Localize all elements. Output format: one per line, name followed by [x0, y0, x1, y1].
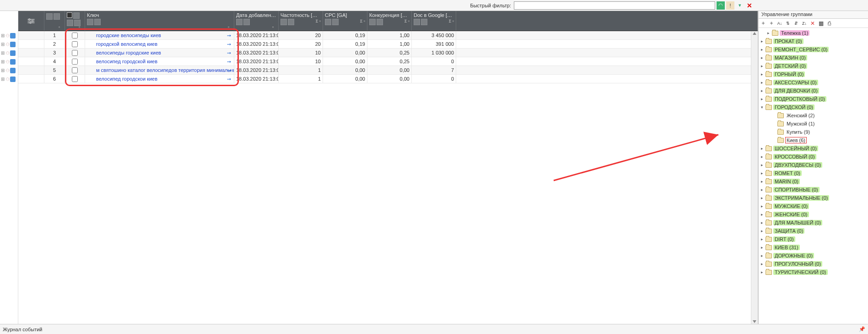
sort-za-icon[interactable]: Z↓: [801, 20, 808, 27]
warn-filter-icon[interactable]: !: [726, 1, 734, 10]
tree-node[interactable]: ▸РЕМОНТ_СЕРВИС (0): [759, 45, 868, 54]
tree-node[interactable]: Купить (9): [759, 128, 868, 136]
tree-node[interactable]: ▸Тележка (1): [759, 29, 868, 37]
row-checkbox-cell[interactable]: [65, 31, 85, 39]
expand-icon[interactable]: ▸: [760, 196, 764, 200]
sort-tree-icon[interactable]: ⇅: [784, 20, 792, 27]
quick-filter-input[interactable]: [514, 1, 715, 10]
row-checkbox-cell[interactable]: [65, 66, 85, 74]
cpc-column-header[interactable]: CPC [GA] Σ ▫: [323, 11, 367, 31]
expand-icon[interactable]: ▸: [760, 245, 764, 250]
index-column-header[interactable]: ▫: [44, 11, 65, 31]
table-row[interactable]: 1городские велосипеды киев➚18.03.2020 21…: [18, 31, 758, 40]
expand-icon[interactable]: ▸: [760, 154, 764, 159]
expand-icon[interactable]: ▸: [760, 253, 764, 258]
expand-icon[interactable]: ▸: [760, 212, 764, 217]
table-row[interactable]: 2городской велосипед киев➚18.03.2020 21:…: [18, 40, 758, 49]
clear-filter-icon[interactable]: ✕: [745, 1, 754, 10]
funnel-icon[interactable]: ▾: [736, 1, 744, 10]
tree-node[interactable]: ▸MARIN (0): [759, 177, 868, 186]
settings-column-header[interactable]: [18, 11, 44, 31]
tree-node[interactable]: Женский (2): [759, 111, 868, 120]
expand-icon[interactable]: ▸: [760, 171, 764, 175]
checkbox-all-icon[interactable]: [67, 12, 72, 18]
table-row[interactable]: 3велосипеды городские киев➚18.03.2020 21…: [18, 49, 758, 57]
expand-icon[interactable]: ▸: [760, 204, 764, 208]
tree-node[interactable]: ▸ДОРОЖНЫЕ (0): [759, 252, 868, 260]
row-key-cell[interactable]: городской велосипед киев➚: [85, 40, 234, 48]
expand-icon[interactable]: ▸: [760, 237, 764, 241]
expand-icon[interactable]: ▸: [760, 64, 764, 68]
tree-node[interactable]: ▸ДЕТСКИЙ (0): [759, 62, 868, 70]
tree-node[interactable]: Мужской (1): [759, 120, 868, 128]
tree-node[interactable]: ▸ЖЕНСКИЕ (0): [759, 210, 868, 219]
expand-icon[interactable]: ▾: [760, 105, 764, 110]
vertical-scrollbar[interactable]: [751, 31, 758, 324]
date-column-header[interactable]: Дата добавления ▫: [234, 11, 279, 31]
add-subgroup-icon[interactable]: ＋: [768, 20, 775, 27]
row-checkbox-cell[interactable]: [65, 40, 85, 48]
tree-node[interactable]: ▸ПОДРОСТКОВЫЙ (0): [759, 95, 868, 103]
key-column-header[interactable]: Ключ ▫: [85, 11, 234, 31]
tree-node[interactable]: ▸ТУРИСТИЧЕСКИЙ (0): [759, 268, 868, 276]
row-marker[interactable]: ⊞⦵: [0, 75, 18, 83]
tree-node[interactable]: ▸ДЛЯ МАЛЫШЕЙ (0): [759, 219, 868, 227]
row-checkbox[interactable]: [72, 59, 78, 65]
tree-node[interactable]: ▸ШОССЕЙНЫЙ (0): [759, 144, 868, 153]
row-checkbox[interactable]: [72, 67, 78, 73]
tree-node[interactable]: ▸ПРОГУЛОЧНЫЙ (0): [759, 260, 868, 268]
expand-icon[interactable]: ▸: [760, 88, 764, 93]
pin-icon[interactable]: 📌: [859, 326, 865, 332]
expand-icon[interactable]: ▸: [760, 187, 764, 192]
expand-icon[interactable]: ▸: [760, 72, 764, 77]
row-checkbox[interactable]: [72, 33, 78, 38]
row-key-cell[interactable]: велосипеды городские киев➚: [85, 49, 234, 57]
expand-icon[interactable]: ▸: [760, 47, 764, 52]
tree-node[interactable]: ▸ПРОКАТ (0): [759, 37, 868, 45]
kei-column-header[interactable]: Doc в Google [KEI] Σ ▫: [412, 11, 456, 31]
delete-group-icon[interactable]: ✕: [809, 20, 816, 27]
expand-icon[interactable]: ▸: [760, 55, 764, 60]
expand-icon[interactable]: ▸: [760, 97, 764, 101]
expand-icon[interactable]: ▸: [766, 31, 771, 35]
tree-node[interactable]: ▾ГОРОДСКОЙ (0): [759, 103, 868, 111]
tree-node[interactable]: ▸СПОРТИВНЫЕ (0): [759, 186, 868, 194]
expand-icon[interactable]: ▸: [760, 229, 764, 233]
groups-tree[interactable]: ▸Тележка (1)▸ПРОКАТ (0)▸РЕМОНТ_СЕРВИС (0…: [759, 28, 868, 324]
row-key-cell[interactable]: м святошино каталог велосипедов территор…: [85, 66, 234, 74]
apply-filter-icon[interactable]: ◠: [717, 1, 725, 10]
tree-node[interactable]: ▸КРОССОВЫЙ (0): [759, 153, 868, 161]
sort-tree2-icon[interactable]: ⇵: [793, 20, 800, 27]
row-checkbox-cell[interactable]: [65, 75, 85, 83]
row-key-cell[interactable]: городские велосипеды киев➚: [85, 31, 234, 39]
row-checkbox-cell[interactable]: [65, 57, 85, 66]
row-marker[interactable]: ⊞⦵: [0, 31, 18, 40]
tree-node[interactable]: ▸МАГАЗИН (0): [759, 54, 868, 62]
table-row[interactable]: 5м святошино каталог велосипедов террито…: [18, 66, 758, 75]
row-checkbox[interactable]: [72, 76, 78, 82]
row-marker[interactable]: ⊞⦵: [0, 57, 18, 66]
columns-icon[interactable]: ▦: [817, 20, 825, 27]
tree-node[interactable]: ▸ГОРНЫЙ (0): [759, 70, 868, 78]
tree-node[interactable]: ▸МУЖСКИЕ (0): [759, 202, 868, 210]
tree-node[interactable]: ▸ДВУХПОДВЕСЫ (0): [759, 161, 868, 169]
tree-node[interactable]: ▸ROMET (0): [759, 169, 868, 177]
export-icon[interactable]: ⎙: [825, 20, 833, 27]
tree-node[interactable]: ▸ЗАЩИТА (0): [759, 227, 868, 235]
table-row[interactable]: 4велосипед городской киев➚18.03.2020 21:…: [18, 57, 758, 66]
expand-icon[interactable]: ▸: [760, 262, 764, 266]
tree-node[interactable]: ▸ДЛЯ ДЕВОЧКИ (0): [759, 87, 868, 95]
row-checkbox-cell[interactable]: [65, 49, 85, 57]
expand-icon[interactable]: ▸: [760, 146, 764, 151]
row-marker[interactable]: ⊞⦵: [0, 40, 18, 49]
row-checkbox[interactable]: [72, 41, 78, 47]
expand-icon[interactable]: ▸: [760, 220, 764, 225]
tree-node[interactable]: ▸ЭКСТРИМАЛЬНЫЕ (0): [759, 194, 868, 202]
tree-node[interactable]: Киев (6): [759, 136, 868, 144]
add-group-icon[interactable]: ＋: [760, 20, 767, 27]
row-checkbox[interactable]: [72, 50, 78, 56]
row-key-cell[interactable]: велосипед городской киев➚: [85, 57, 234, 66]
expand-icon[interactable]: ▸: [760, 270, 764, 274]
expand-icon[interactable]: ▸: [760, 39, 764, 44]
row-marker[interactable]: ⊞⦵: [0, 49, 18, 57]
